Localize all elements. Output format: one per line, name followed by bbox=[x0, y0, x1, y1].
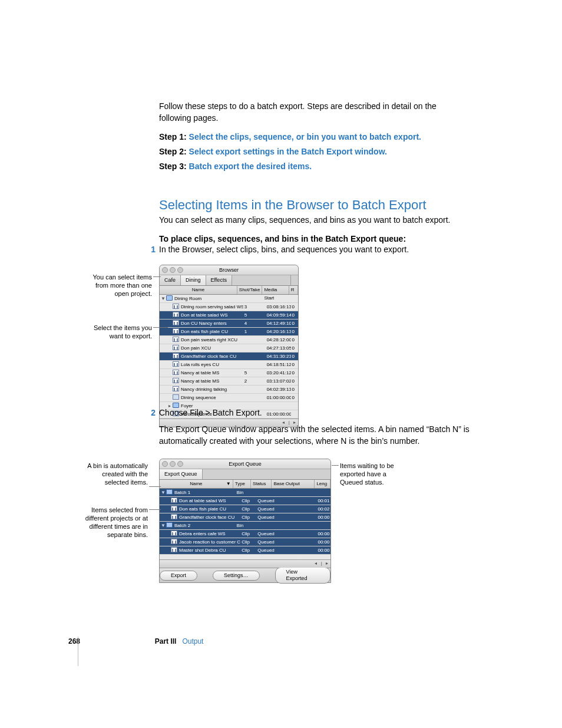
queue-clip-row[interactable]: Master shot Debra CUClipQueued00:00 bbox=[160, 546, 330, 555]
window-controls[interactable] bbox=[162, 461, 183, 467]
queue-rows[interactable]: ▼Batch 1BinDon at table salad WSClipQueu… bbox=[160, 489, 330, 559]
step-1: Step 1: Select the clips, sequence, or b… bbox=[159, 131, 489, 143]
queue-clip-row[interactable]: Don eats fish plate CUClipQueued00:02 bbox=[160, 505, 330, 513]
browser-column-header[interactable]: Name Shot/Take Media Start R bbox=[160, 286, 298, 295]
caption-select-items: Select the items you want to export. bbox=[87, 324, 152, 340]
settings-button[interactable]: Settings… bbox=[213, 571, 260, 581]
section-heading: Selecting Items in the Browser to Batch … bbox=[159, 197, 427, 213]
caption-bin-auto: A bin is automatically created with the … bbox=[83, 462, 148, 486]
queue-footer: Export Settings… View Exported bbox=[160, 568, 330, 582]
intro-paragraph: Follow these steps to do a batch export.… bbox=[159, 100, 465, 124]
tab-export-queue[interactable]: Export Queue bbox=[160, 469, 203, 479]
queue-clip-row[interactable]: Debra enters cafe WSClipQueued00:00 bbox=[160, 530, 330, 538]
step-item-1: 1In the Browser, select clips, bins, and… bbox=[147, 245, 488, 254]
browser-window: Browser Cafe Dining Effects Name Shot/Ta… bbox=[159, 265, 299, 427]
step-3-link[interactable]: Batch export the desired items. bbox=[189, 162, 312, 171]
queue-heading: To place clips, sequences, and bins in t… bbox=[159, 233, 406, 245]
tab-cafe[interactable]: Cafe bbox=[160, 275, 181, 285]
browser-tabs: Cafe Dining Effects bbox=[160, 275, 298, 286]
browser-row[interactable]: Don at table salad WS504:09:59:140 bbox=[160, 311, 298, 319]
caption-separate-bins: Items selected from different projects o… bbox=[83, 506, 148, 539]
tab-dining[interactable]: Dining bbox=[181, 275, 206, 285]
footer-divider bbox=[78, 637, 78, 666]
browser-row[interactable]: Dining room serving salad WS303:08:16:13… bbox=[160, 303, 298, 311]
browser-rows[interactable]: ▼Dining RoomDining room serving salad WS… bbox=[160, 295, 298, 419]
browser-row[interactable]: Don eats fish plate CU104:20:16:130 bbox=[160, 328, 298, 336]
browser-row[interactable]: Lola rolls eyes CU04:18:51:120 bbox=[160, 361, 298, 369]
section-desc: You can select as many clips, sequences,… bbox=[159, 214, 489, 226]
queue-bin-row[interactable]: ▼Batch 2Bin bbox=[160, 522, 330, 530]
browser-row[interactable]: Don CU Nancy enters404:12:49:100 bbox=[160, 319, 298, 328]
browser-row[interactable]: Grandfather clock face CU04:31:30:230 bbox=[160, 353, 298, 361]
view-exported-button[interactable]: View Exported bbox=[275, 567, 330, 584]
queue-clip-row[interactable]: Jacob reaction to customer CUClipQueued0… bbox=[160, 538, 330, 546]
step-1-link[interactable]: Select the clips, sequence, or bin you w… bbox=[189, 132, 421, 141]
browser-row[interactable]: Nancy drinking talking04:02:39:130 bbox=[160, 386, 298, 394]
queue-column-header[interactable]: Name▼ Type Status Base Output Filename L… bbox=[160, 480, 330, 489]
queue-titlebar[interactable]: Export Queue bbox=[160, 459, 330, 469]
step-2-para: The Export Queue window appears with the… bbox=[159, 423, 489, 447]
step-3: Step 3: Batch export the desired items. bbox=[159, 161, 489, 172]
tab-effects[interactable]: Effects bbox=[206, 275, 232, 285]
browser-row[interactable]: Nancy at table MS203:13:07:020 bbox=[160, 377, 298, 386]
browser-titlebar[interactable]: Browser bbox=[160, 265, 298, 275]
queue-clip-row[interactable]: Grandfather clock face CUClipQueued00:00 bbox=[160, 513, 330, 522]
step-item-2: 2Choose File > Batch Export. bbox=[147, 408, 488, 417]
browser-row[interactable]: Don pain sweats right XCU04:28:12:000 bbox=[160, 336, 298, 344]
step-2: Step 2: Select export settings in the Ba… bbox=[159, 146, 489, 157]
caption-select-projects: You can select items from more than one … bbox=[87, 273, 152, 298]
export-queue-window: Export Queue Export Queue Name▼ Type Sta… bbox=[159, 459, 331, 583]
queue-tabs: Export Queue bbox=[160, 469, 330, 480]
browser-row[interactable]: Don pain XCU04:27:13:050 bbox=[160, 344, 298, 353]
folder-row[interactable]: ▼Dining Room bbox=[160, 295, 298, 303]
window-controls[interactable] bbox=[162, 267, 183, 273]
queue-clip-row[interactable]: Don at table salad WSClipQueued00:01 bbox=[160, 497, 330, 505]
caption-queued-status: Items waiting to be exported have a Queu… bbox=[340, 462, 405, 486]
page-footer: 268 Part III Output bbox=[68, 637, 203, 645]
queue-scrollbar[interactable]: ◂ | ▸ bbox=[160, 559, 330, 568]
queue-bin-row[interactable]: ▼Batch 1Bin bbox=[160, 489, 330, 497]
step-2-link[interactable]: Select export settings in the Batch Expo… bbox=[189, 147, 387, 156]
browser-row[interactable]: Dining sequence01:00:00:000 bbox=[160, 394, 298, 402]
export-button[interactable]: Export bbox=[160, 571, 197, 581]
browser-row[interactable]: Nancy at table MS503:20:41:120 bbox=[160, 369, 298, 377]
